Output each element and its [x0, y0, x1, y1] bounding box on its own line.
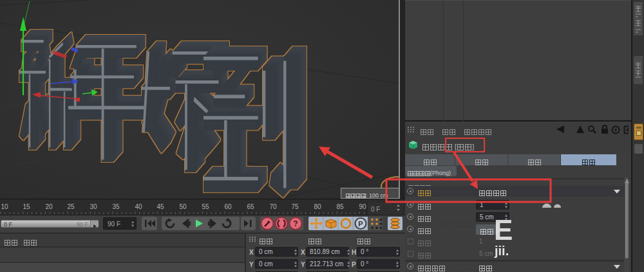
svg-text:?: ? [293, 219, 298, 228]
svg-text:P: P [358, 220, 363, 228]
